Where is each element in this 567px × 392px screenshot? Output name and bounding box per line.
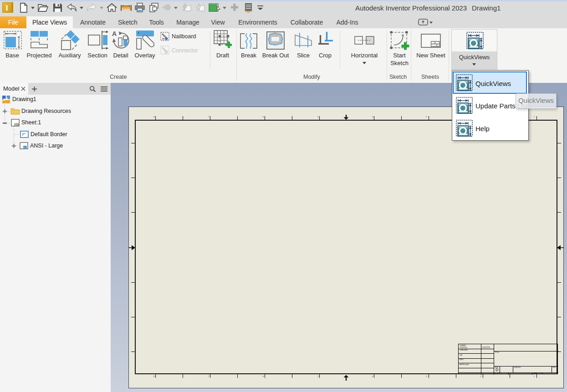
svg-text:A: A (112, 30, 117, 37)
svg-text:I: I (5, 4, 9, 12)
